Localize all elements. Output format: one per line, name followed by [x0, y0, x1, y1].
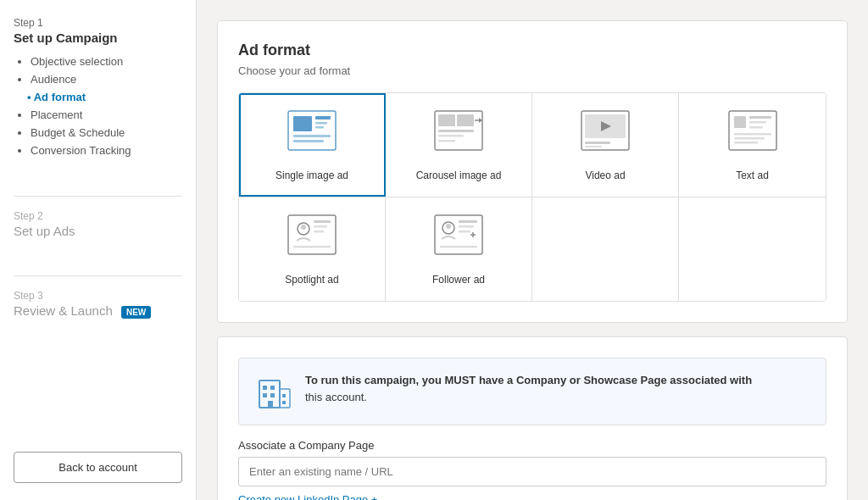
svg-rect-26 — [734, 137, 765, 140]
svg-rect-10 — [438, 130, 474, 132]
svg-rect-19 — [585, 146, 602, 147]
svg-rect-9 — [457, 114, 474, 126]
svg-rect-1 — [293, 116, 312, 131]
empty-cell-3 — [532, 197, 679, 301]
svg-rect-41 — [440, 246, 477, 248]
ad-format-text[interactable]: Text ad — [679, 93, 826, 197]
back-to-account-button[interactable]: Back to account — [14, 452, 182, 483]
svg-rect-50 — [268, 401, 273, 408]
step1-label: Step 1 — [14, 17, 182, 29]
sidebar-item-audience[interactable]: Audience — [31, 73, 182, 86]
svg-rect-6 — [293, 140, 324, 142]
svg-rect-47 — [270, 386, 275, 390]
empty-cell-4 — [679, 197, 826, 301]
step3-block: Step 3 Review & Launch NEW — [14, 290, 182, 322]
divider2 — [14, 275, 182, 276]
info-text-line2: this account. — [305, 391, 367, 403]
single-image-icon — [285, 108, 339, 153]
sidebar: Step 1 Set up Campaign Objective selecti… — [0, 0, 197, 500]
ad-format-card: Ad format Choose your ad format — [217, 20, 848, 323]
svg-rect-32 — [314, 225, 327, 228]
svg-point-30 — [301, 225, 306, 230]
svg-rect-3 — [315, 122, 327, 125]
nav-list: Objective selection Audience Ad format P… — [14, 55, 182, 157]
ad-format-row1: Single image ad — [239, 93, 826, 197]
svg-rect-46 — [263, 386, 267, 390]
new-badge: NEW — [121, 306, 151, 319]
svg-rect-12 — [438, 140, 455, 142]
ad-format-video[interactable]: Video ad — [532, 93, 679, 197]
svg-rect-49 — [270, 393, 275, 397]
create-linkedin-page-link[interactable]: Create new LinkedIn Page + — [238, 493, 377, 500]
info-text-strong: To run this campaign, you MUST have a Co… — [305, 374, 752, 386]
step2-title: Set up Ads — [14, 224, 182, 238]
info-box-text: To run this campaign, you MUST have a Co… — [305, 372, 752, 405]
svg-rect-40 — [459, 231, 470, 233]
divider1 — [14, 196, 182, 197]
company-page-card: To run this campaign, you MUST have a Co… — [217, 336, 848, 500]
svg-rect-34 — [293, 246, 331, 248]
step2-block: Step 2 Set up Ads — [14, 210, 182, 242]
building-icon — [256, 374, 293, 411]
step2-label: Step 2 — [14, 210, 182, 222]
spotlight-icon — [285, 213, 339, 257]
svg-rect-5 — [293, 135, 331, 137]
spotlight-label: Spotlight ad — [285, 274, 338, 286]
sidebar-item-adformat[interactable]: Ad format — [27, 91, 182, 103]
single-image-label: Single image ad — [275, 169, 348, 181]
text-ad-icon — [726, 108, 780, 153]
sidebar-item-placement[interactable]: Placement — [31, 108, 182, 121]
svg-rect-8 — [438, 114, 455, 126]
main-content: Ad format Choose your ad format — [197, 0, 868, 500]
ad-format-carousel[interactable]: Carousel image ad — [386, 93, 532, 197]
card-title: Ad format — [238, 42, 826, 59]
video-label: Video ad — [585, 169, 625, 181]
ad-format-single-image[interactable]: Single image ad — [239, 93, 386, 197]
svg-rect-45 — [280, 389, 290, 408]
ad-format-row2: Spotlight ad — [239, 197, 826, 301]
svg-rect-33 — [314, 231, 324, 233]
step1-block: Step 1 Set up Campaign Objective selecti… — [14, 17, 182, 162]
ad-format-follower[interactable]: Follower ad — [386, 197, 532, 301]
card-subtitle: Choose your ad format — [238, 64, 826, 77]
svg-rect-23 — [749, 121, 766, 124]
svg-rect-25 — [734, 133, 771, 136]
svg-rect-2 — [315, 116, 331, 119]
svg-rect-22 — [749, 116, 771, 119]
sidebar-item-conversion[interactable]: Conversion Tracking — [31, 144, 182, 157]
svg-rect-18 — [585, 142, 610, 144]
video-icon — [578, 108, 632, 153]
svg-rect-24 — [749, 126, 763, 129]
svg-rect-11 — [438, 135, 464, 137]
company-page-label: Associate a Company Page — [238, 439, 826, 452]
carousel-icon — [431, 108, 486, 153]
sidebar-item-objective[interactable]: Objective selection — [31, 55, 182, 68]
step3-title: Review & Launch NEW — [14, 303, 182, 319]
info-box: To run this campaign, you MUST have a Co… — [238, 358, 826, 425]
step3-label: Step 3 — [14, 290, 182, 302]
text-ad-label: Text ad — [736, 169, 769, 181]
svg-rect-48 — [263, 393, 267, 397]
svg-rect-51 — [282, 394, 286, 397]
svg-point-37 — [446, 224, 451, 229]
svg-rect-27 — [734, 142, 758, 144]
svg-rect-4 — [315, 126, 324, 129]
svg-rect-52 — [282, 401, 286, 404]
follower-icon — [431, 213, 486, 257]
svg-rect-39 — [459, 225, 474, 228]
step1-title: Set up Campaign — [14, 31, 182, 45]
svg-rect-31 — [314, 220, 331, 223]
ad-format-grid: Single image ad — [238, 92, 826, 302]
sidebar-bottom: Back to account — [14, 438, 182, 483]
carousel-label: Carousel image ad — [416, 169, 502, 181]
svg-rect-21 — [734, 116, 746, 128]
sidebar-item-budget[interactable]: Budget & Schedule — [31, 126, 182, 139]
follower-label: Follower ad — [432, 274, 485, 286]
company-page-input[interactable] — [238, 457, 826, 486]
svg-rect-38 — [459, 220, 477, 223]
ad-format-spotlight[interactable]: Spotlight ad — [239, 197, 386, 301]
